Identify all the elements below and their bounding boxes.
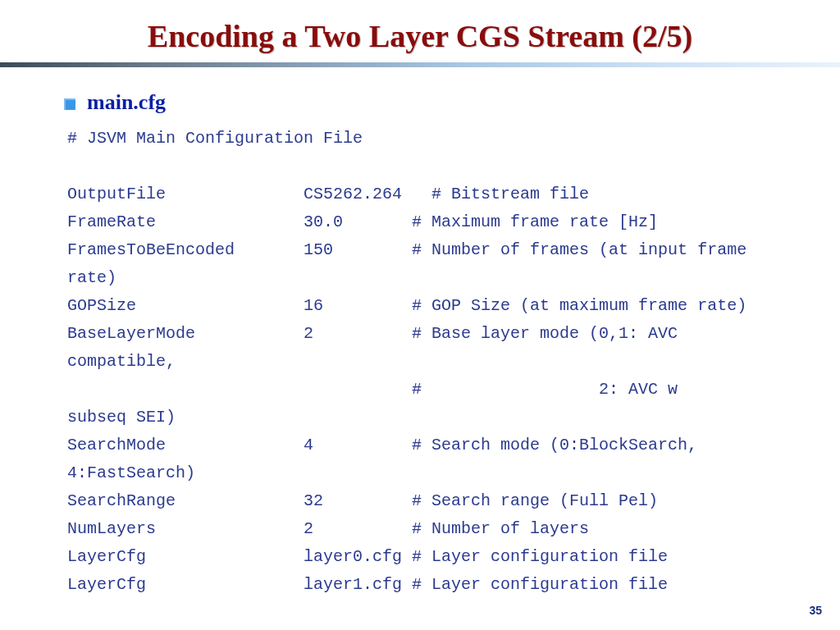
page-number: 35 — [809, 604, 822, 617]
slide-title: Encoding a Two Layer CGS Stream (2/5) — [0, 0, 840, 62]
slide: Encoding a Two Layer CGS Stream (2/5) ma… — [0, 0, 840, 630]
content-area: main.cfg # JSVM Main Configuration File … — [0, 67, 840, 599]
bullet-row: main.cfg — [64, 90, 791, 115]
square-bullet-icon — [64, 98, 75, 110]
config-file-text: # JSVM Main Configuration File OutputFil… — [67, 125, 791, 599]
bullet-label: main.cfg — [87, 90, 166, 115]
